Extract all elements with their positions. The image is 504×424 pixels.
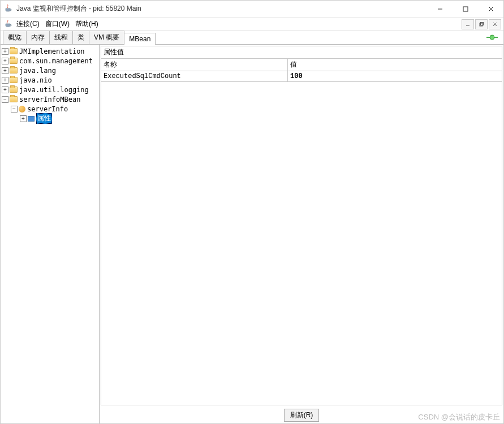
tree-node-javanio[interactable]: + java.nio — [1, 75, 99, 85]
attribute-panel: 属性值 名称 值 ExecutedSqlCmdCount 100 刷新(R) C… — [100, 45, 503, 423]
attr-value-cell: 100 — [288, 71, 502, 81]
tree-label: JMImplementation — [19, 47, 85, 55]
folder-icon — [10, 67, 18, 73]
java-icon — [4, 3, 13, 14]
expand-icon[interactable]: + — [2, 77, 8, 84]
menu-help[interactable]: 帮助(H) — [75, 19, 98, 29]
window-titlebar: Java 监视和管理控制台 - pid: 55820 Main — [1, 1, 503, 18]
folder-icon — [10, 58, 18, 64]
tab-threads[interactable]: 线程 — [49, 31, 73, 44]
tree-label: 属性 — [36, 113, 52, 124]
watermark: CSDN @会说话的皮卡丘 — [418, 412, 500, 422]
attributes-icon — [28, 116, 35, 122]
mbean-icon — [19, 106, 25, 113]
window-title: Java 监视和管理控制台 - pid: 55820 Main — [16, 4, 427, 14]
tree-node-javautillogging[interactable]: + java.util.logging — [1, 85, 99, 94]
tree-node-serverinfo[interactable]: − serverInfo — [1, 104, 99, 114]
svg-rect-1 — [463, 7, 468, 11]
folder-icon — [10, 96, 18, 102]
folder-icon — [10, 77, 18, 83]
maximize-button[interactable] — [453, 1, 478, 17]
mdi-minimize-button[interactable] — [462, 19, 474, 29]
mdi-controls — [462, 19, 501, 29]
tree-label: serverInfoMBean — [19, 96, 80, 103]
menu-window[interactable]: 窗口(W) — [45, 19, 70, 29]
refresh-button[interactable]: 刷新(R) — [284, 409, 320, 422]
col-name-header[interactable]: 名称 — [101, 59, 288, 71]
window-controls — [427, 1, 503, 17]
collapse-icon[interactable]: − — [11, 106, 18, 113]
menu-bar: 连接(C) 窗口(W) 帮助(H) — [1, 18, 503, 31]
expand-icon[interactable]: + — [2, 58, 8, 64]
tree-node-attributes[interactable]: + 属性 — [1, 114, 99, 123]
mdi-restore-button[interactable] — [475, 19, 488, 29]
menu-connect[interactable]: 连接(C) — [16, 19, 40, 29]
expand-icon[interactable]: + — [2, 48, 8, 55]
table-row[interactable]: ExecutedSqlCmdCount 100 — [101, 71, 502, 82]
java-icon-small — [4, 19, 13, 29]
panel-footer: 刷新(R) CSDN @会说话的皮卡丘 — [100, 406, 503, 423]
tree-label: java.lang — [19, 67, 56, 75]
folder-icon — [10, 48, 18, 54]
tree-node-comsunmanagement[interactable]: + com.sun.management — [1, 56, 99, 66]
tree-node-javalang[interactable]: + java.lang — [1, 66, 99, 75]
tree-label: com.sun.management — [19, 57, 93, 65]
panel-title: 属性值 — [101, 46, 502, 58]
mdi-close-button[interactable] — [489, 19, 501, 29]
tree-label: java.nio — [19, 76, 52, 84]
attr-name-cell: ExecutedSqlCmdCount — [101, 71, 288, 81]
tab-vm-summary[interactable]: VM 概要 — [89, 31, 124, 44]
tab-memory[interactable]: 内存 — [26, 31, 50, 44]
table-empty-area — [101, 82, 502, 405]
minimize-button[interactable] — [427, 1, 453, 17]
tab-overview[interactable]: 概览 — [3, 31, 27, 44]
mbean-tree[interactable]: + JMImplementation + com.sun.management … — [1, 45, 100, 423]
tree-label: serverInfo — [27, 105, 68, 113]
attribute-table: 名称 值 ExecutedSqlCmdCount 100 — [101, 58, 502, 405]
collapse-icon[interactable]: − — [2, 96, 8, 103]
table-header: 名称 值 — [101, 59, 502, 71]
close-button[interactable] — [478, 1, 503, 17]
svg-rect-5 — [480, 23, 483, 26]
tab-mbean[interactable]: MBean — [124, 33, 156, 45]
folder-icon — [10, 86, 18, 93]
connection-status-icon — [486, 34, 498, 42]
svg-rect-6 — [481, 22, 484, 25]
expand-icon[interactable]: + — [2, 86, 8, 93]
col-value-header[interactable]: 值 — [288, 59, 502, 71]
expand-icon[interactable]: + — [2, 67, 8, 74]
tree-label: java.util.logging — [19, 86, 89, 94]
tree-node-serverinfombean[interactable]: − serverInfoMBean — [1, 94, 99, 104]
tab-classes[interactable]: 类 — [72, 31, 89, 44]
tab-bar: 概览 内存 线程 类 VM 概要 MBean — [1, 31, 503, 45]
expand-icon[interactable]: + — [20, 115, 27, 122]
svg-point-10 — [490, 35, 494, 40]
tree-node-jmimplementation[interactable]: + JMImplementation — [1, 46, 99, 56]
